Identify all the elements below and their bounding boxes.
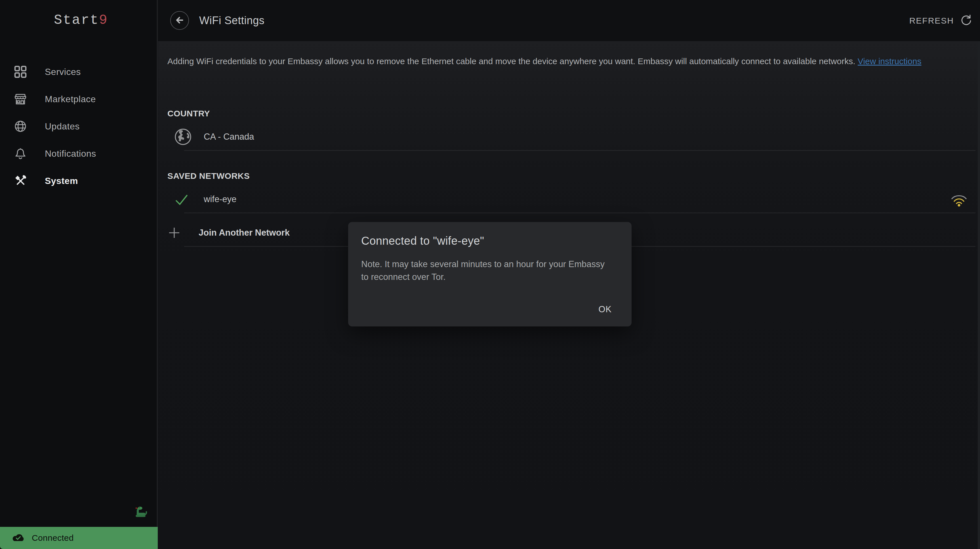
intro-description: Adding WiFi credentials to your Embassy … — [167, 56, 858, 66]
refresh-label: REFRESH — [909, 16, 954, 26]
wifi-signal-icon — [950, 193, 968, 207]
country-section-header: COUNTRY — [167, 109, 210, 118]
country-value: CA - Canada — [204, 123, 254, 150]
tools-icon — [14, 174, 27, 188]
back-button[interactable] — [170, 11, 189, 30]
network-name: wife-eye — [204, 186, 236, 212]
page-title: WiFi Settings — [199, 0, 264, 41]
refresh-icon — [960, 14, 972, 27]
connection-status-bar: Connected — [0, 527, 158, 549]
storefront-icon — [14, 92, 27, 106]
join-network-label: Join Another Network — [199, 219, 290, 246]
grid-icon — [14, 65, 27, 79]
connected-dialog: Connected to "wife-eye" Note. It may tak… — [348, 222, 632, 326]
scrollbar[interactable] — [978, 41, 980, 549]
refresh-button[interactable]: REFRESH — [909, 0, 972, 41]
sidebar-item-notifications[interactable]: Notifications — [0, 140, 157, 167]
sidebar-nav: Services Marketplace Updates Notificatio… — [0, 58, 157, 195]
earth-icon — [173, 128, 192, 147]
divider — [184, 212, 975, 213]
saved-networks-section-header: SAVED NETWORKS — [167, 171, 250, 181]
start9-logo: Start9 — [54, 13, 108, 28]
sidebar: Start9 Services Marketplace Updates Noti… — [0, 0, 158, 549]
snake-icon — [134, 504, 148, 518]
logo-text: Start — [54, 13, 99, 28]
intro-text: Adding WiFi credentials to your Embassy … — [167, 55, 936, 68]
sidebar-item-marketplace[interactable]: Marketplace — [0, 85, 157, 113]
sidebar-item-services[interactable]: Services — [0, 58, 157, 85]
view-instructions-link[interactable]: View instructions — [858, 56, 921, 66]
sidebar-item-label: System — [45, 176, 78, 186]
sidebar-item-system[interactable]: System — [0, 167, 157, 195]
checkmark-icon — [175, 194, 189, 207]
sidebar-item-label: Marketplace — [45, 94, 96, 104]
dialog-message: Note. It may take several minutes to an … — [361, 258, 614, 283]
dialog-title: Connected to "wife-eye" — [361, 235, 484, 247]
sidebar-item-updates[interactable]: Updates — [0, 113, 157, 140]
status-badge: Connected — [32, 533, 74, 543]
sidebar-item-label: Services — [45, 67, 81, 77]
globe-icon — [14, 120, 27, 133]
arrow-left-icon — [174, 15, 185, 26]
toolbar: WiFi Settings REFRESH — [158, 0, 980, 41]
sidebar-item-label: Updates — [45, 121, 80, 132]
network-row-wife-eye[interactable]: wife-eye — [158, 186, 975, 213]
ok-button[interactable]: OK — [594, 302, 616, 318]
sidebar-item-label: Notifications — [45, 148, 96, 159]
logo-accent: 9 — [99, 13, 108, 28]
plus-icon — [168, 227, 180, 240]
cloud-check-icon — [11, 533, 25, 543]
divider — [184, 150, 975, 151]
country-row[interactable]: CA - Canada — [158, 123, 975, 151]
bell-icon — [14, 147, 27, 160]
